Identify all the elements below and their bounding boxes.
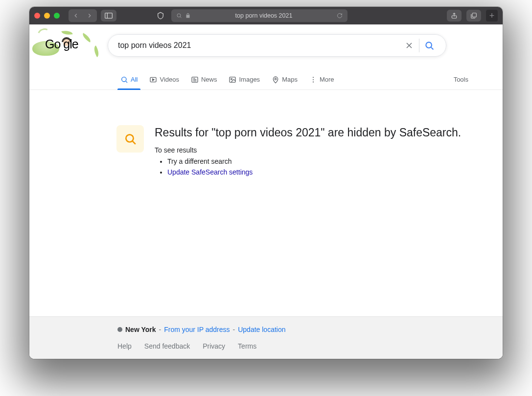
- search-icon: [176, 13, 182, 19]
- safari-window: top porn videos 2021 + Go gle: [29, 7, 503, 359]
- tab-label: Videos: [160, 76, 179, 83]
- from-ip-link[interactable]: From your IP address: [164, 326, 230, 333]
- forward-button[interactable]: [83, 10, 96, 21]
- dash: -: [159, 326, 162, 333]
- tab-all[interactable]: All: [116, 69, 141, 89]
- svg-rect-5: [472, 13, 476, 17]
- safesearch-heading: Results for "top porn videos 2021" are h…: [155, 125, 461, 140]
- svg-point-23: [313, 81, 314, 82]
- svg-point-19: [231, 78, 232, 80]
- footer-feedback-link[interactable]: Send feedback: [144, 342, 190, 350]
- new-tab-button[interactable]: +: [486, 10, 498, 22]
- svg-point-22: [313, 79, 314, 80]
- search-bar: [108, 34, 446, 57]
- close-window-button[interactable]: [34, 13, 40, 19]
- svg-point-21: [313, 77, 314, 78]
- results-area: Results for "top porn videos 2021" are h…: [29, 90, 503, 316]
- tab-news[interactable]: News: [187, 69, 221, 89]
- svg-line-9: [431, 47, 433, 49]
- fullscreen-window-button[interactable]: [54, 13, 60, 19]
- search-icon: [424, 41, 434, 50]
- google-logo[interactable]: Go gle: [29, 27, 103, 57]
- safesearch-subheading: To see results: [155, 146, 461, 154]
- safesearch-icon-box: [116, 125, 144, 153]
- footer-terms-link[interactable]: Terms: [238, 342, 256, 350]
- tab-images[interactable]: Images: [225, 69, 264, 89]
- tab-more[interactable]: More: [305, 69, 338, 89]
- pin-icon: [272, 76, 279, 84]
- sidebar-toggle-button[interactable]: [101, 10, 116, 22]
- svg-line-3: [180, 17, 181, 18]
- svg-point-8: [426, 42, 432, 48]
- back-button[interactable]: [69, 10, 82, 21]
- news-icon: [191, 76, 199, 84]
- lock-icon: [185, 13, 191, 19]
- tools-button[interactable]: Tools: [454, 76, 468, 83]
- safesearch-notice: Results for "top porn videos 2021" are h…: [116, 125, 503, 178]
- footer-location: New York - From your IP address - Update…: [117, 326, 503, 333]
- svg-point-2: [177, 14, 181, 17]
- tab-label: More: [320, 76, 334, 83]
- location-name: New York: [125, 326, 156, 333]
- share-button[interactable]: [447, 10, 462, 22]
- more-icon: [309, 76, 317, 84]
- tab-label: News: [201, 76, 217, 83]
- search-header: Go gle: [29, 24, 503, 57]
- clear-search-button[interactable]: [399, 41, 419, 50]
- svg-line-11: [126, 81, 127, 83]
- search-icon: [120, 76, 128, 84]
- footer-links: Help Send feedback Privacy Terms: [117, 342, 503, 350]
- browser-toolbar: top porn videos 2021 +: [29, 7, 503, 24]
- window-controls: [34, 13, 60, 19]
- privacy-shield-button[interactable]: [154, 10, 167, 22]
- video-icon: [149, 76, 157, 84]
- close-icon: [404, 41, 414, 50]
- search-tabs: All Videos News Images Maps More: [29, 69, 503, 90]
- tab-label: Images: [239, 76, 260, 83]
- tab-videos[interactable]: Videos: [145, 69, 183, 89]
- svg-marker-13: [153, 79, 154, 81]
- search-submit-button[interactable]: [419, 41, 439, 50]
- dash: -: [233, 326, 235, 333]
- search-input[interactable]: [118, 41, 399, 50]
- safesearch-tip: Try a different search: [167, 156, 461, 167]
- update-location-link[interactable]: Update location: [238, 326, 285, 333]
- location-dot-icon: [117, 327, 122, 332]
- page-content: Go gle All Videos: [29, 24, 503, 359]
- svg-line-25: [133, 141, 136, 144]
- address-bar[interactable]: top porn videos 2021: [171, 9, 347, 22]
- svg-point-20: [275, 78, 276, 80]
- tab-label: Maps: [282, 76, 298, 83]
- update-safesearch-link[interactable]: Update SafeSearch settings: [167, 168, 253, 176]
- footer-help-link[interactable]: Help: [117, 342, 132, 350]
- footer-privacy-link[interactable]: Privacy: [203, 342, 225, 350]
- tabs-overview-button[interactable]: [466, 10, 481, 22]
- image-icon: [229, 76, 236, 84]
- page-footer: New York - From your IP address - Update…: [29, 316, 503, 359]
- minimize-window-button[interactable]: [44, 13, 50, 19]
- reload-icon[interactable]: [337, 13, 343, 19]
- toolbar-right-group: +: [447, 10, 498, 22]
- search-icon: [124, 132, 137, 145]
- nav-history-group: [69, 9, 97, 22]
- address-bar-text: top porn videos 2021: [194, 12, 334, 19]
- tab-maps[interactable]: Maps: [268, 69, 301, 89]
- tab-label: All: [131, 76, 138, 83]
- svg-rect-0: [105, 13, 113, 19]
- safesearch-message: Results for "top porn videos 2021" are h…: [155, 125, 461, 178]
- svg-point-10: [122, 77, 126, 81]
- google-doodle-icon: Go gle: [32, 27, 101, 57]
- svg-point-24: [126, 134, 133, 142]
